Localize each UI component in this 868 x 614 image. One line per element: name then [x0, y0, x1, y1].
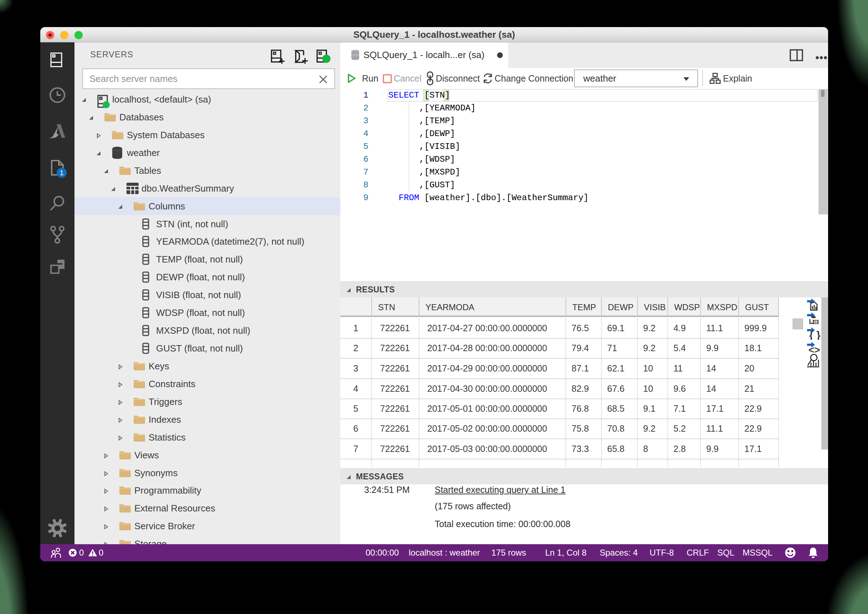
svg-text:1: 1: [59, 169, 64, 177]
svg-text:<>: <>: [809, 344, 820, 354]
svg-text:{ }: { }: [809, 329, 821, 340]
